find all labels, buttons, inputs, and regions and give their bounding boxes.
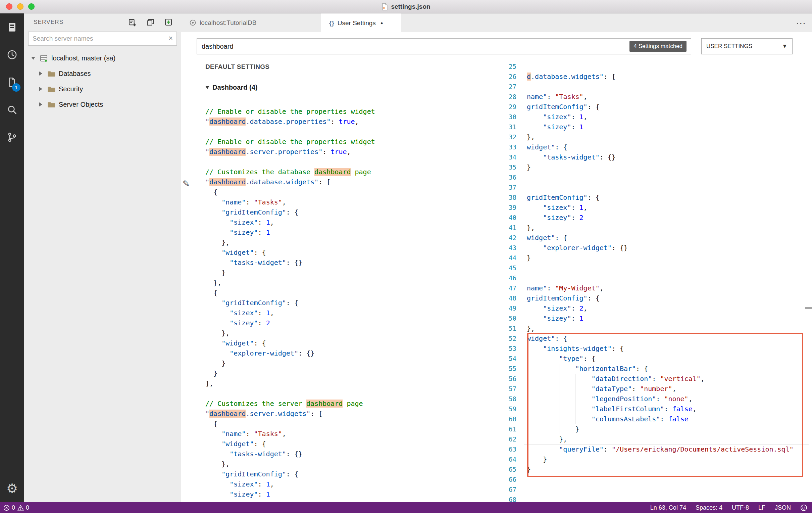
settings-scope-dropdown[interactable]: USER SETTINGS ▼ xyxy=(701,38,792,54)
code-line[interactable]: ], xyxy=(205,378,498,388)
code-line[interactable]: 53 "insights-widget": { xyxy=(498,344,812,353)
code-line[interactable]: 28name": "Tasks", xyxy=(498,92,812,102)
code-line[interactable]: 60 "columnsAsLabels": false xyxy=(498,414,812,424)
code-line[interactable]: 41}, xyxy=(498,223,812,233)
code-line[interactable]: 40 "sizey": 2 xyxy=(498,213,812,223)
task-history-icon[interactable] xyxy=(0,41,24,69)
tree-item-security[interactable]: Security xyxy=(24,81,181,97)
new-connection-icon[interactable] xyxy=(128,18,137,27)
code-line[interactable]: 50 "sizey": 1 xyxy=(498,313,812,323)
code-line[interactable]: 56 "dataDirection": "vertical", xyxy=(498,374,812,384)
encoding-setting[interactable]: UTF-8 xyxy=(732,504,749,511)
code-line[interactable]: 26d.database.widgets": [ xyxy=(498,72,812,82)
code-line[interactable]: 45 xyxy=(498,263,812,273)
code-line[interactable]: 54 "type": { xyxy=(498,353,812,363)
zoom-window-button[interactable] xyxy=(28,3,34,10)
code-line[interactable]: 52widget": { xyxy=(498,333,812,344)
code-line[interactable]: "dashboard.database.widgets": [ xyxy=(205,177,498,187)
settings-group-header[interactable]: Dashboard (4) xyxy=(205,83,498,92)
cursor-position[interactable]: Ln 63, Col 74 xyxy=(650,504,686,511)
code-line[interactable]: "sizex": 1, xyxy=(205,308,498,318)
warnings-indicator[interactable]: 0 xyxy=(18,504,29,511)
code-line[interactable] xyxy=(205,127,498,137)
code-line[interactable]: "sizex": 1, xyxy=(205,217,498,227)
tab-localhost-tutorialdb[interactable]: localhost:TutorialDB xyxy=(181,14,321,32)
chevron-right-icon[interactable] xyxy=(37,72,44,76)
code-line[interactable]: // Enable or disable the properties widg… xyxy=(205,137,498,147)
code-line[interactable] xyxy=(205,157,498,167)
code-line[interactable]: 43 "explorer-widget": {} xyxy=(498,243,812,253)
code-line[interactable]: 59 "labelFirstColumn": false, xyxy=(498,404,812,414)
code-line[interactable]: "explorer-widget": {} xyxy=(205,348,498,358)
code-line[interactable]: "dashboard.database.properties": true, xyxy=(205,116,498,127)
code-line[interactable] xyxy=(205,388,498,399)
code-line[interactable]: 37 xyxy=(498,182,812,192)
code-line[interactable]: { xyxy=(205,418,498,429)
code-line[interactable]: 36 xyxy=(498,172,812,182)
indentation-setting[interactable]: Spaces: 4 xyxy=(696,504,722,511)
code-line[interactable]: 48gridItemConfig": { xyxy=(498,293,812,303)
edit-setting-pencil-icon[interactable]: ✎ xyxy=(182,179,190,189)
code-line[interactable]: "dashboard.server.properties": true, xyxy=(205,147,498,157)
code-line[interactable]: 30 "sizex": 1, xyxy=(498,112,812,122)
code-line[interactable]: } xyxy=(205,268,498,278)
code-line[interactable]: 65} xyxy=(498,464,812,475)
tree-item-databases[interactable]: Databases xyxy=(24,66,181,81)
code-line[interactable]: "dashboard.server.widgets": [ xyxy=(205,409,498,418)
scrollbar-marker[interactable] xyxy=(805,307,812,309)
code-line[interactable]: 32}, xyxy=(498,132,812,142)
code-line[interactable]: 63 "queryFile": "/Users/erickang/Documen… xyxy=(498,444,812,454)
code-line[interactable]: "name": "Tasks", xyxy=(205,197,498,207)
code-line[interactable]: 34 "tasks-widget": {} xyxy=(498,152,812,162)
errors-indicator[interactable]: 0 xyxy=(3,504,15,511)
code-line[interactable]: 57 "dataType": "number", xyxy=(498,384,812,394)
code-line[interactable]: 47name": "My-Widget", xyxy=(498,283,812,293)
code-line[interactable]: 68 xyxy=(498,494,812,502)
code-line[interactable]: 33widget": { xyxy=(498,142,812,152)
code-line[interactable]: 51}, xyxy=(498,323,812,333)
code-line[interactable]: 55 "horizontalBar": { xyxy=(498,363,812,374)
code-line[interactable]: "gridItemConfig": { xyxy=(205,469,498,479)
active-connections-icon[interactable] xyxy=(164,18,173,27)
tab-user-settings[interactable]: {} User Settings ● xyxy=(321,14,401,32)
clear-search-icon[interactable]: × xyxy=(169,34,173,43)
code-line[interactable]: }, xyxy=(205,459,498,469)
code-line[interactable]: 25 xyxy=(498,61,812,72)
code-line[interactable]: 35} xyxy=(498,162,812,172)
search-icon[interactable] xyxy=(0,96,24,124)
code-line[interactable]: } xyxy=(205,368,498,378)
source-control-icon[interactable] xyxy=(0,124,24,151)
chevron-down-icon[interactable] xyxy=(30,57,37,60)
code-line[interactable]: } xyxy=(205,358,498,368)
code-line[interactable]: 31 "sizey": 1 xyxy=(498,122,812,132)
minimize-window-button[interactable] xyxy=(17,3,24,10)
code-line[interactable]: "gridItemConfig": { xyxy=(205,207,498,217)
code-line[interactable]: "widget": { xyxy=(205,338,498,348)
code-line[interactable]: // Customizes the database dashboard pag… xyxy=(205,167,498,177)
code-line[interactable]: "tasks-widget": {} xyxy=(205,258,498,268)
code-line[interactable]: "widget": { xyxy=(205,439,498,449)
code-line[interactable]: 39 "sizex": 1, xyxy=(498,202,812,213)
code-line[interactable]: 62 }, xyxy=(498,434,812,444)
code-line[interactable]: "gridItemConfig": { xyxy=(205,298,498,308)
new-server-group-icon[interactable] xyxy=(146,18,155,27)
code-line[interactable]: "name": "Tasks", xyxy=(205,429,498,439)
code-line[interactable]: "sizex": 1, xyxy=(205,479,498,489)
tree-item-server-objects[interactable]: Server Objects xyxy=(24,97,181,112)
code-line[interactable]: { xyxy=(205,288,498,298)
chevron-right-icon[interactable] xyxy=(37,87,44,91)
code-line[interactable]: 67 xyxy=(498,484,812,494)
code-line[interactable]: }, xyxy=(205,237,498,247)
code-line[interactable]: }, xyxy=(205,278,498,288)
language-mode[interactable]: JSON xyxy=(775,504,791,511)
code-line[interactable]: 61 } xyxy=(498,424,812,434)
code-line[interactable]: 27 xyxy=(498,82,812,92)
more-actions-icon[interactable]: ⋯ xyxy=(796,14,806,32)
servers-icon[interactable] xyxy=(0,14,24,41)
close-window-button[interactable] xyxy=(6,3,12,10)
code-line[interactable]: 46 xyxy=(498,273,812,283)
code-line[interactable]: "sizey": 1 xyxy=(205,227,498,237)
gear-icon[interactable]: ⚙ xyxy=(0,475,24,502)
code-line[interactable]: 49 "sizex": 2, xyxy=(498,303,812,313)
code-line[interactable]: "tasks-widget": {} xyxy=(205,449,498,459)
